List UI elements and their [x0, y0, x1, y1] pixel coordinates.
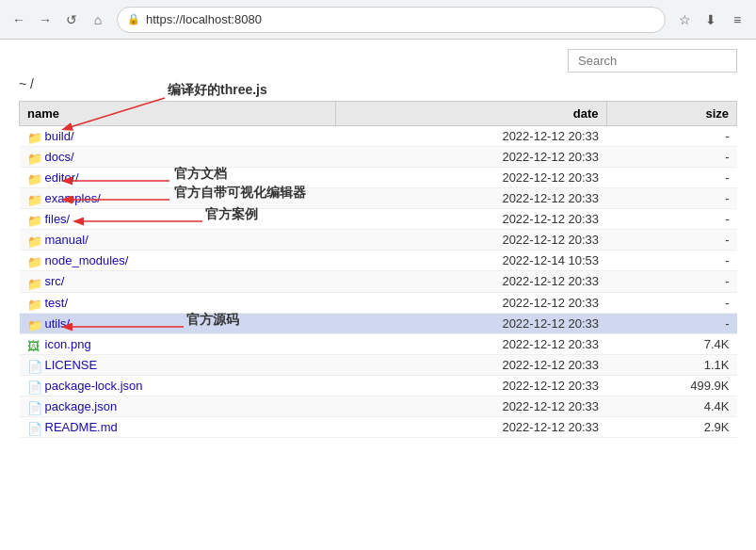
file-size-cell: -	[606, 313, 736, 333]
file-name-cell[interactable]: 📁test/	[20, 292, 336, 313]
table-row[interactable]: 📁build/2022-12-12 20:33-	[20, 126, 737, 147]
table-row[interactable]: 🖼icon.png2022-12-12 20:337.4K	[20, 333, 737, 354]
file-icon: 📄	[27, 422, 42, 434]
file-name-cell[interactable]: 📁docs/	[20, 147, 336, 168]
table-row[interactable]: 📁docs/2022-12-12 20:33-	[20, 147, 737, 168]
file-name-cell[interactable]: 📁src/	[20, 271, 336, 292]
file-name-cell[interactable]: 📁utils/	[20, 313, 336, 333]
file-icon: 📄	[27, 401, 42, 413]
browser-chrome: ← → ↺ ⌂ 🔒 https://localhost:8080 ☆ ⬇ ≡	[0, 0, 756, 40]
header-size: size	[606, 102, 736, 126]
table-row[interactable]: 📁test/2022-12-12 20:33-	[20, 292, 737, 313]
folder-icon: 📁	[27, 214, 42, 226]
file-size-cell: -	[606, 126, 736, 147]
file-tbody: 📁build/2022-12-12 20:33-📁docs/2022-12-12…	[20, 126, 737, 438]
file-date-cell: 2022-12-12 20:33	[336, 333, 606, 354]
table-row[interactable]: 📁node_modules/2022-12-14 10:53-	[20, 251, 737, 271]
file-name-cell[interactable]: 📁editor/	[20, 168, 336, 188]
address-bar[interactable]: 🔒 https://localhost:8080	[117, 7, 666, 33]
toolbar-icons: ☆ ⬇ ≡	[673, 8, 748, 31]
file-size-cell: -	[606, 209, 736, 230]
file-date-cell: 2022-12-12 20:33	[336, 147, 606, 168]
top-row	[19, 49, 737, 73]
folder-icon: 📁	[27, 193, 42, 205]
file-name-cell[interactable]: 📁files/	[20, 209, 336, 230]
file-icon: 📄	[27, 380, 42, 393]
image-icon: 🖼	[27, 339, 42, 351]
more-button[interactable]: ≡	[726, 8, 748, 31]
file-date-cell: 2022-12-12 20:33	[336, 126, 606, 147]
back-button[interactable]: ←	[8, 8, 30, 31]
table-row[interactable]: 📁utils/2022-12-12 20:33-	[20, 313, 737, 333]
file-date-cell: 2022-12-12 20:33	[336, 292, 606, 313]
table-row[interactable]: 📁examples/2022-12-12 20:33-	[20, 188, 737, 209]
file-size-cell: -	[606, 292, 736, 313]
file-table: name date size 📁build/2022-12-12 20:33-📁…	[19, 101, 737, 438]
folder-icon: 📁	[27, 255, 42, 267]
folder-icon: 📁	[27, 318, 42, 331]
folder-icon: 📁	[27, 152, 42, 164]
file-date-cell: 2022-12-12 20:33	[336, 396, 606, 416]
url-text: https://localhost:8080	[146, 12, 655, 26]
file-date-cell: 2022-12-12 20:33	[336, 271, 606, 292]
folder-icon: 📁	[27, 131, 42, 143]
file-size-cell: 499.9K	[606, 375, 736, 396]
file-date-cell: 2022-12-12 20:33	[336, 416, 606, 437]
header-name: name	[20, 102, 336, 126]
file-size-cell: -	[606, 251, 736, 271]
file-size-cell: -	[606, 147, 736, 168]
header-date: date	[336, 102, 606, 126]
file-name-cell[interactable]: 📁manual/	[20, 230, 336, 251]
file-size-cell: 4.4K	[606, 396, 736, 416]
bookmark-button[interactable]: ☆	[673, 8, 696, 31]
file-date-cell: 2022-12-12 20:33	[336, 209, 606, 230]
file-date-cell: 2022-12-12 20:33	[336, 188, 606, 209]
table-header-row: name date size	[20, 102, 737, 126]
file-date-cell: 2022-12-12 20:33	[336, 168, 606, 188]
file-date-cell: 2022-12-14 10:53	[336, 251, 606, 271]
file-name-cell[interactable]: 📄package-lock.json	[20, 375, 336, 396]
table-row[interactable]: 📁src/2022-12-12 20:33-	[20, 271, 737, 292]
file-name-cell[interactable]: 📄package.json	[20, 396, 336, 416]
file-size-cell: 7.4K	[606, 333, 736, 354]
breadcrumb: ~ /	[19, 76, 737, 91]
table-row[interactable]: 📁files/2022-12-12 20:33-	[20, 209, 737, 230]
file-size-cell: -	[606, 188, 736, 209]
file-size-cell: -	[606, 168, 736, 188]
file-name-cell[interactable]: 📁node_modules/	[20, 251, 336, 271]
table-row[interactable]: 📄LICENSE2022-12-12 20:331.1K	[20, 354, 737, 375]
download-button[interactable]: ⬇	[700, 8, 722, 31]
file-size-cell: -	[606, 230, 736, 251]
page-content: ~ / name date size 📁build/2022-12-12 20:…	[0, 40, 756, 447]
file-icon: 📄	[27, 360, 42, 372]
file-name-cell[interactable]: 📁examples/	[20, 188, 336, 209]
file-name-cell[interactable]: 📁build/	[20, 126, 336, 147]
table-row[interactable]: 📄package-lock.json2022-12-12 20:33499.9K	[20, 375, 737, 396]
file-date-cell: 2022-12-12 20:33	[336, 230, 606, 251]
file-name-cell[interactable]: 🖼icon.png	[20, 333, 336, 354]
nav-buttons: ← → ↺ ⌂	[8, 8, 109, 31]
forward-button[interactable]: →	[34, 8, 56, 31]
folder-icon: 📁	[27, 277, 42, 289]
file-size-cell: 1.1K	[606, 354, 736, 375]
lock-icon: 🔒	[127, 13, 140, 25]
reload-button[interactable]: ↺	[60, 8, 83, 31]
file-date-cell: 2022-12-12 20:33	[336, 375, 606, 396]
file-size-cell: 2.9K	[606, 416, 736, 437]
file-date-cell: 2022-12-12 20:33	[336, 313, 606, 333]
folder-icon: 📁	[27, 172, 42, 185]
folder-icon: 📁	[27, 235, 42, 247]
table-row[interactable]: 📁manual/2022-12-12 20:33-	[20, 230, 737, 251]
file-name-cell[interactable]: 📄LICENSE	[20, 354, 336, 375]
file-name-cell[interactable]: 📄README.md	[20, 416, 336, 437]
table-row[interactable]: 📄README.md2022-12-12 20:332.9K	[20, 416, 737, 437]
file-size-cell: -	[606, 271, 736, 292]
search-input[interactable]	[568, 49, 737, 73]
table-row[interactable]: 📄package.json2022-12-12 20:334.4K	[20, 396, 737, 416]
file-date-cell: 2022-12-12 20:33	[336, 354, 606, 375]
folder-icon: 📁	[27, 298, 42, 310]
home-button[interactable]: ⌂	[87, 8, 109, 31]
table-row[interactable]: 📁editor/2022-12-12 20:33-	[20, 168, 737, 188]
